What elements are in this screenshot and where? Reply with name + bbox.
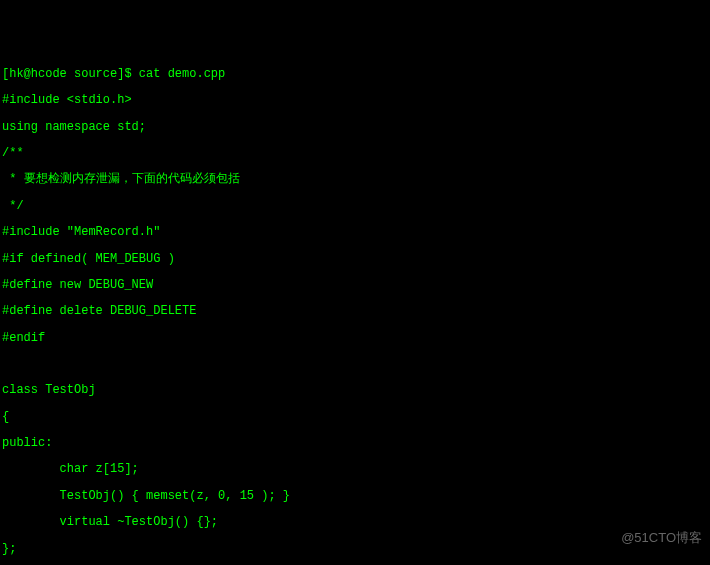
- code-line: * 要想检测内存泄漏，下面的代码必须包括: [2, 173, 708, 186]
- watermark-text: @51CTO博客: [621, 531, 702, 545]
- code-line: {: [2, 411, 708, 424]
- terminal-output: [hk@hcode source]$ cat demo.cpp #include…: [2, 55, 708, 565]
- code-line: #if defined( MEM_DEBUG ): [2, 253, 708, 266]
- code-line: #define new DEBUG_NEW: [2, 279, 708, 292]
- command-cat: cat demo.cpp: [139, 67, 225, 81]
- code-line: #include "MemRecord.h": [2, 226, 708, 239]
- code-line: virtual ~TestObj() {};: [2, 516, 708, 529]
- code-line: TestObj() { memset(z, 0, 15 ); }: [2, 490, 708, 503]
- code-line: */: [2, 200, 708, 213]
- code-line: /**: [2, 147, 708, 160]
- code-line: using namespace std;: [2, 121, 708, 134]
- code-line: #endif: [2, 332, 708, 345]
- code-line: class TestObj: [2, 384, 708, 397]
- prompt: [hk@hcode source]$: [2, 67, 132, 81]
- code-line: };: [2, 543, 708, 556]
- code-line: public:: [2, 437, 708, 450]
- code-line: #define delete DEBUG_DELETE: [2, 305, 708, 318]
- code-line: #include <stdio.h>: [2, 94, 708, 107]
- code-line: char z[15];: [2, 463, 708, 476]
- code-line: [2, 358, 708, 371]
- prompt-line: [hk@hcode source]$ cat demo.cpp: [2, 68, 708, 81]
